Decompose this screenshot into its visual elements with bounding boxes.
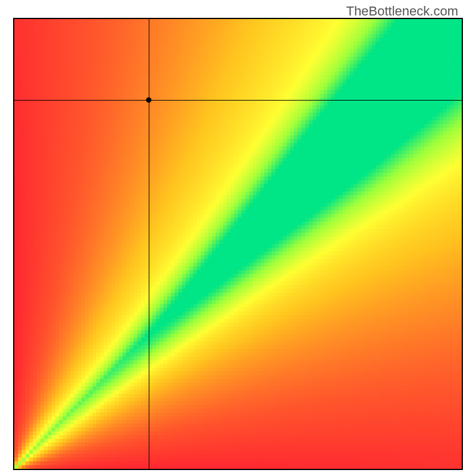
- crosshair-vertical: [149, 19, 149, 469]
- heatmap-canvas: [14, 19, 462, 469]
- marker-dot: [146, 98, 151, 103]
- watermark-text: TheBottleneck.com: [346, 4, 458, 19]
- chart-container: TheBottleneck.com: [0, 0, 476, 476]
- crosshair-horizontal: [14, 100, 462, 101]
- plot-area: [13, 18, 463, 470]
